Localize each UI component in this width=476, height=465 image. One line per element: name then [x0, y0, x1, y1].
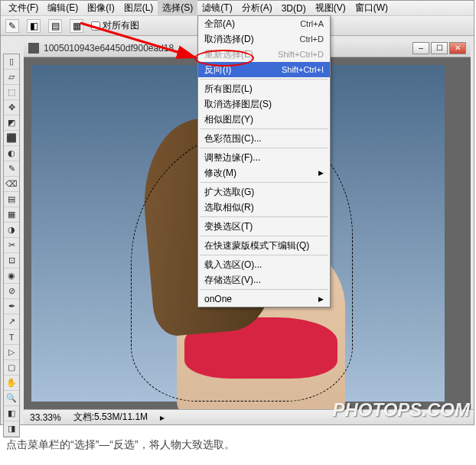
- document-size: 文档:5.53M/11.1M: [73, 411, 148, 424]
- watermark: PHOTOPS.COM: [332, 399, 470, 421]
- tool-button[interactable]: ▢: [4, 360, 19, 376]
- tool-button[interactable]: ⬛: [4, 131, 19, 146]
- menu-item[interactable]: 扩大选取(G): [198, 184, 330, 200]
- tool-button[interactable]: ▦: [4, 207, 19, 223]
- tool-button[interactable]: ◧: [4, 406, 19, 421]
- menu-item[interactable]: 色彩范围(C)...: [198, 131, 330, 146]
- zoom-level[interactable]: 33.33%: [30, 412, 61, 423]
- minimize-button[interactable]: –: [412, 42, 429, 54]
- menu-item[interactable]: 选取相似(R): [198, 200, 330, 215]
- tool-option2-icon[interactable]: ▦: [70, 19, 83, 33]
- sample-all-label: 对所有图: [103, 19, 139, 32]
- menu-item[interactable]: 相似图层(Y): [198, 112, 330, 127]
- maximize-button[interactable]: ☐: [431, 42, 448, 54]
- menu-item[interactable]: 载入选区(O)...: [198, 257, 330, 272]
- tool-button[interactable]: ↗: [4, 314, 19, 330]
- document-icon: [28, 43, 39, 54]
- tool-button[interactable]: ✥: [4, 100, 19, 115]
- caption-bar: 点击菜单栏的“选择”—“反选”，将人物大致选取。: [0, 428, 476, 462]
- tool-button[interactable]: ⌫: [4, 177, 19, 192]
- menu-window[interactable]: 窗口(W): [350, 0, 393, 16]
- menu-item[interactable]: 取消选择图层(S): [198, 96, 330, 112]
- tool-button[interactable]: ⊡: [4, 253, 19, 268]
- menu-filter[interactable]: 滤镜(T): [197, 0, 236, 16]
- menu-edit[interactable]: 编辑(E): [43, 0, 83, 16]
- menu-3d[interactable]: 3D(D): [277, 2, 311, 15]
- menu-item[interactable]: 全部(A)Ctrl+A: [198, 16, 330, 31]
- tool-button[interactable]: ◑: [4, 223, 19, 238]
- select-menu-dropdown: 全部(A)Ctrl+A取消选择(D)Ctrl+D重新选择(E)Shift+Ctr…: [197, 15, 331, 307]
- tool-button[interactable]: ◐: [4, 146, 19, 161]
- menu-item: 重新选择(E)Shift+Ctrl+D: [198, 47, 330, 62]
- tool-button[interactable]: ✂: [4, 238, 19, 253]
- tool-button[interactable]: 🔍: [4, 391, 19, 406]
- menu-item[interactable]: 反向(I)Shift+Ctrl+I: [198, 62, 330, 77]
- menu-image[interactable]: 图像(I): [83, 0, 119, 16]
- tool-button[interactable]: ✎: [4, 161, 19, 177]
- menu-item[interactable]: 修改(M)▶: [198, 165, 330, 180]
- menu-analysis[interactable]: 分析(A): [237, 0, 277, 16]
- tool-button[interactable]: ⊘: [4, 284, 19, 299]
- menu-layer[interactable]: 图层(L): [119, 0, 158, 16]
- sample-all-checkbox[interactable]: 对所有图: [91, 19, 139, 32]
- menu-item[interactable]: 存储选区(V)...: [198, 272, 330, 288]
- menu-item[interactable]: 所有图层(L): [198, 81, 330, 96]
- menu-select[interactable]: 选择(S): [158, 0, 197, 16]
- tool-button[interactable]: ⬚: [4, 85, 19, 100]
- sample-size-icon[interactable]: ◧: [27, 19, 41, 33]
- caption-text: 点击菜单栏的“选择”—“反选”，将人物大致选取。: [6, 438, 235, 452]
- tool-preset-icon[interactable]: ✎: [5, 19, 19, 33]
- tool-button[interactable]: ◩: [4, 115, 19, 131]
- menu-item[interactable]: onOne▶: [198, 291, 330, 307]
- menu-view[interactable]: 视图(V): [311, 0, 350, 16]
- menu-item[interactable]: 变换选区(T): [198, 219, 330, 234]
- menu-item[interactable]: 在快速蒙版模式下编辑(Q): [198, 238, 330, 253]
- close-button[interactable]: ✕: [449, 42, 466, 54]
- tool-button[interactable]: ✒: [4, 299, 19, 314]
- tools-panel: ▯▱⬚✥◩⬛◐✎⌫▤▦◑✂⊡◉⊘✒↗T▷▢✋🔍◧◨: [3, 54, 20, 437]
- tool-option-icon[interactable]: ▤: [48, 19, 62, 33]
- tool-button[interactable]: ▷: [4, 345, 19, 360]
- menu-file[interactable]: 文件(F): [4, 0, 43, 16]
- tool-button[interactable]: ▯: [4, 54, 19, 70]
- tool-button[interactable]: ▱: [4, 70, 19, 85]
- tool-button[interactable]: ◉: [4, 268, 19, 284]
- tool-button[interactable]: T: [4, 330, 19, 345]
- menubar: 文件(F) 编辑(E) 图像(I) 图层(L) 选择(S) 滤镜(T) 分析(A…: [1, 1, 474, 16]
- tool-button[interactable]: ✋: [4, 376, 19, 391]
- status-arrow-icon[interactable]: ▸: [160, 412, 165, 423]
- menu-item[interactable]: 取消选择(D)Ctrl+D: [198, 31, 330, 47]
- tool-button[interactable]: ▤: [4, 192, 19, 207]
- menu-item[interactable]: 调整边缘(F)...: [198, 150, 330, 165]
